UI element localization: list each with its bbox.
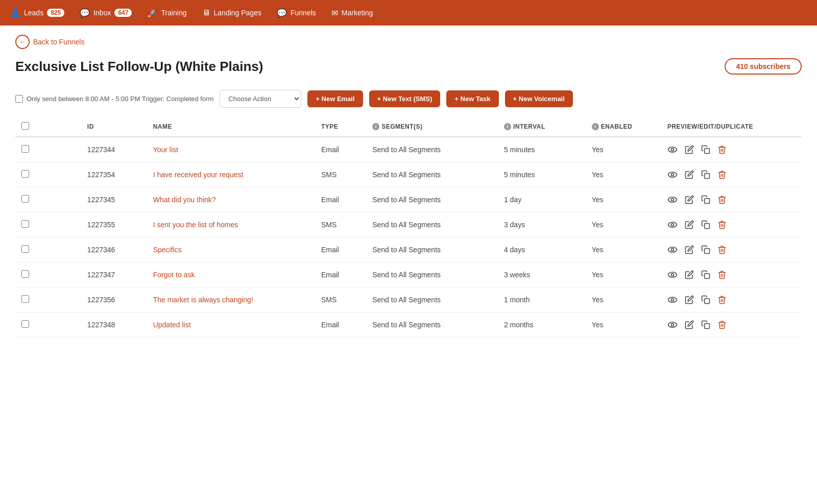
row-segments: Send to All Segments (366, 262, 498, 287)
subscribers-badge[interactable]: 410 subscribers (725, 58, 802, 75)
send-time-checkbox[interactable] (15, 95, 23, 103)
edit-icon[interactable] (685, 295, 694, 304)
row-segments: Send to All Segments (366, 212, 498, 237)
preview-icon[interactable] (667, 145, 678, 155)
table-row: 1227345 What did you think? Email Send t… (15, 187, 802, 212)
row-type: Email (315, 187, 366, 212)
row-interval: 1 day (498, 187, 586, 212)
row-checkbox[interactable] (21, 145, 29, 153)
row-checkbox-cell (15, 287, 81, 313)
th-actions: PREVIEW/EDIT/DUPLICATE (661, 117, 802, 137)
delete-icon[interactable] (717, 145, 727, 154)
table-body: 1227344 Your list Email Send to All Segm… (15, 137, 802, 338)
table-row: 1227347 Forgot to ask Email Send to All … (15, 262, 802, 287)
back-to-funnels-link[interactable]: ← Back to Funnels (0, 26, 100, 54)
edit-icon[interactable] (685, 145, 694, 154)
delete-icon[interactable] (717, 195, 727, 204)
th-id: ID (81, 117, 147, 137)
nav-landing-pages-label: Landing Pages (214, 9, 261, 17)
row-checkbox[interactable] (21, 245, 29, 253)
row-checkbox[interactable] (21, 295, 29, 303)
svg-point-21 (668, 322, 677, 327)
svg-point-13 (671, 249, 674, 251)
svg-point-16 (671, 274, 674, 276)
svg-point-10 (671, 224, 674, 226)
nav-training[interactable]: 🚀 Training (147, 6, 186, 20)
delete-icon[interactable] (717, 270, 727, 279)
page-header: Exclusive List Follow-Up (White Plains) … (0, 54, 817, 84)
row-segments: Send to All Segments (366, 137, 498, 162)
training-icon: 🚀 (147, 8, 157, 18)
duplicate-icon[interactable] (701, 245, 710, 254)
new-voicemail-button[interactable]: + New Voicemail (505, 90, 573, 107)
row-name: Your list (147, 137, 315, 162)
row-checkbox[interactable] (21, 320, 29, 328)
preview-icon[interactable] (667, 320, 678, 330)
preview-icon[interactable] (667, 270, 678, 280)
edit-icon[interactable] (685, 170, 694, 179)
duplicate-icon[interactable] (701, 270, 710, 279)
row-checkbox-cell (15, 262, 81, 287)
svg-rect-20 (705, 299, 710, 304)
duplicate-icon[interactable] (701, 320, 710, 329)
row-name-link[interactable]: I sent you the list of homes (153, 221, 238, 229)
delete-icon[interactable] (717, 170, 727, 179)
page-title: Exclusive List Follow-Up (White Plains) (15, 59, 263, 75)
row-actions (661, 237, 802, 262)
row-name-link[interactable]: I have received your request (153, 171, 244, 179)
edit-icon[interactable] (685, 195, 694, 204)
nav-funnels[interactable]: 💬 Funnels (277, 6, 316, 20)
row-name-link[interactable]: What did you think? (153, 196, 216, 204)
edit-icon[interactable] (685, 245, 694, 254)
svg-point-9 (668, 222, 677, 227)
row-name-link[interactable]: Specifics (153, 246, 182, 254)
nav-landing-pages[interactable]: 🖥 Landing Pages (202, 6, 261, 20)
svg-rect-2 (705, 149, 710, 154)
preview-icon[interactable] (667, 195, 678, 205)
preview-icon[interactable] (667, 220, 678, 230)
new-task-button[interactable]: + New Task (446, 90, 498, 107)
choose-action-select[interactable]: Choose Action (220, 90, 301, 108)
row-id: 1227345 (81, 187, 147, 212)
row-name-link[interactable]: Forgot to ask (153, 271, 195, 279)
nav-leads[interactable]: 👤 Leads 825 (10, 6, 64, 20)
svg-point-7 (671, 199, 674, 201)
preview-icon[interactable] (667, 245, 678, 255)
row-id: 1227356 (81, 287, 147, 313)
row-checkbox[interactable] (21, 270, 29, 278)
preview-icon[interactable] (667, 295, 678, 305)
row-checkbox[interactable] (21, 170, 29, 178)
row-interval: 1 month (498, 287, 586, 313)
edit-icon[interactable] (685, 270, 694, 279)
row-name: Specifics (147, 237, 315, 262)
row-checkbox[interactable] (21, 220, 29, 228)
delete-icon[interactable] (717, 295, 727, 304)
row-name-link[interactable]: Updated list (153, 321, 191, 329)
inbox-icon: 💬 (80, 8, 90, 18)
row-name-link[interactable]: Your list (153, 146, 178, 154)
duplicate-icon[interactable] (701, 220, 710, 229)
row-checkbox[interactable] (21, 195, 29, 203)
new-text-button[interactable]: + New Text (SMS) (369, 90, 441, 107)
nav-marketing[interactable]: ✉ Marketing (331, 6, 373, 20)
th-segments: i SEGMENT(S) (366, 117, 498, 137)
duplicate-icon[interactable] (701, 170, 710, 179)
edit-icon[interactable] (685, 320, 694, 329)
row-actions (661, 313, 802, 338)
preview-icon[interactable] (667, 170, 678, 180)
nav-inbox[interactable]: 💬 Inbox 647 (80, 6, 132, 20)
delete-icon[interactable] (717, 220, 727, 229)
new-email-button[interactable]: + New Email (307, 90, 363, 107)
row-name: What did you think? (147, 187, 315, 212)
duplicate-icon[interactable] (701, 145, 710, 154)
duplicate-icon[interactable] (701, 295, 710, 304)
edit-icon[interactable] (685, 220, 694, 229)
delete-icon[interactable] (717, 320, 727, 329)
funnels-icon: 💬 (277, 8, 287, 18)
select-all-checkbox[interactable] (21, 122, 29, 130)
row-name-link[interactable]: The market is always changing! (153, 296, 253, 304)
row-checkbox-cell (15, 137, 81, 162)
delete-icon[interactable] (717, 245, 727, 254)
duplicate-icon[interactable] (701, 195, 710, 204)
row-id: 1227354 (81, 162, 147, 187)
